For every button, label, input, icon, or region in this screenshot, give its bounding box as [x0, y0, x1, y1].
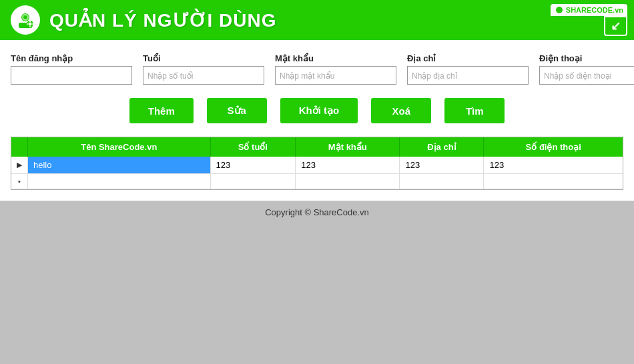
data-table: Tên ShareCode.vn Số tuổi Mật khẩu Địa ch… — [11, 137, 623, 189]
cell-sodienthoai: 123 — [484, 157, 623, 174]
svg-rect-8 — [27, 23, 28, 25]
xoa-button[interactable]: Xoá — [371, 98, 431, 123]
table-row[interactable]: • — [11, 174, 623, 189]
form-row: Tên đăng nhập Tuổi Mật khẩu Địa chỉ Điện… — [11, 53, 623, 85]
input-tuoi[interactable] — [143, 66, 264, 85]
cell-matkhau — [296, 174, 400, 189]
cell-diachi: 123 — [400, 157, 484, 174]
form-group-tuoi: Tuổi — [143, 53, 264, 85]
label-tuoi: Tuổi — [143, 53, 264, 63]
cell-ten — [28, 174, 211, 189]
label-diachi: Địa chỉ — [407, 53, 529, 63]
cell-sodienthoai — [484, 174, 623, 189]
them-button[interactable]: Thêm — [129, 98, 194, 123]
label-dienthoai: Điện thoại — [539, 53, 634, 63]
cell-matkhau: 123 — [296, 157, 400, 174]
header: QUẢN LÝ NGƯỜI DÙNG SHARECODE.vn ↙ — [0, 0, 634, 40]
col-ten: Tên ShareCode.vn — [28, 137, 211, 157]
col-sotuoi: Số tuổi — [210, 137, 296, 157]
sua-button[interactable]: Sửa — [207, 98, 267, 123]
svg-rect-3 — [23, 15, 27, 19]
cell-diachi — [400, 174, 484, 189]
input-matkhau[interactable] — [275, 66, 396, 85]
row-arrow: • — [11, 174, 28, 189]
khoitao-button[interactable]: Khởi tạo — [280, 98, 358, 123]
button-row: Thêm Sửa Khởi tạo Xoá Tìm — [11, 98, 623, 123]
input-diachi[interactable] — [407, 66, 529, 85]
table-container: Tên ShareCode.vn Số tuổi Mật khẩu Địa ch… — [11, 137, 623, 190]
svg-rect-9 — [32, 23, 33, 25]
input-dienthoai[interactable] — [539, 66, 634, 85]
cell-sotuoi — [210, 174, 296, 189]
logo: SHARECODE.vn ↙ — [551, 4, 627, 36]
form-group-matkhau: Mật khẩu — [275, 53, 396, 85]
table-header-row: Tên ShareCode.vn Số tuổi Mật khẩu Địa ch… — [11, 137, 623, 157]
logo-bottom: ↙ — [604, 16, 627, 36]
label-username: Tên đăng nhập — [11, 53, 132, 63]
row-arrow: ▶ — [11, 157, 28, 174]
col-arrow — [11, 137, 28, 157]
input-username[interactable] — [11, 66, 132, 85]
logo-top: SHARECODE.vn — [551, 4, 627, 16]
footer: Copyright © ShareCode.vn — [0, 201, 634, 224]
svg-rect-7 — [29, 26, 31, 27]
form-group-dienthoai: Điện thoại — [539, 53, 634, 85]
svg-rect-6 — [29, 21, 31, 22]
col-sodienthoai: Số điện thoại — [484, 137, 623, 157]
table-row[interactable]: ▶hello123123123123 — [11, 157, 623, 174]
label-matkhau: Mật khẩu — [275, 53, 396, 63]
form-group-username: Tên đăng nhập — [11, 53, 132, 85]
cell-ten: hello — [28, 157, 211, 174]
col-matkhau: Mật khẩu — [296, 137, 400, 157]
header-icon — [11, 5, 40, 35]
logo-text: SHARECODE.vn — [566, 6, 623, 14]
cell-sotuoi: 123 — [210, 157, 296, 174]
svg-point-5 — [29, 23, 32, 26]
col-diachi: Địa chỉ — [400, 137, 484, 157]
footer-text: Copyright © ShareCode.vn — [265, 207, 369, 217]
form-group-diachi: Địa chỉ — [407, 53, 529, 85]
main-content: Tên đăng nhập Tuổi Mật khẩu Địa chỉ Điện… — [0, 40, 634, 201]
page-title: QUẢN LÝ NGƯỜI DÙNG — [49, 9, 277, 31]
tim-button[interactable]: Tìm — [444, 98, 505, 123]
